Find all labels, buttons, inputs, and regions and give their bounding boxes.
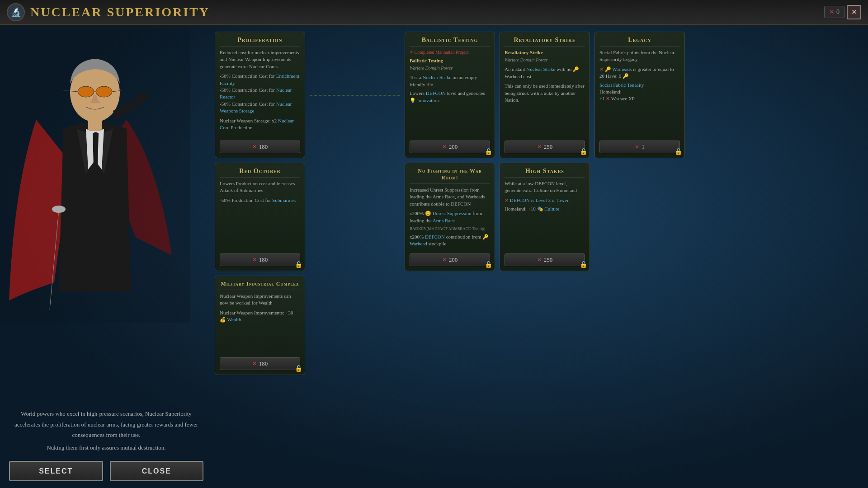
- high-stakes-cost: 250: [544, 256, 553, 263]
- no-fighting-desc: Increased Unrest Suppression from leadin…: [410, 187, 490, 207]
- cards-area: Proliferation Reduced cost for nuclear i…: [208, 25, 868, 488]
- desc-line5: Nuking them first only assures mutual de…: [9, 443, 203, 452]
- no-fighting-body: Increased Unrest Suppression from leadin…: [410, 187, 490, 250]
- character-svg: [0, 29, 190, 323]
- no-fighting-cost-x: ✕: [442, 257, 447, 263]
- military-industrial-cost: 180: [259, 360, 268, 367]
- proliferation-card: Proliferation Reduced cost for nuclear i…: [215, 32, 305, 158]
- red-october-lock: 🔒: [295, 261, 302, 268]
- proliferation-desc: Reduced cost for nuclear improvements an…: [220, 49, 300, 70]
- red-october-title: Red October: [220, 168, 300, 178]
- military-industrial-cost-btn[interactable]: ✕ 180: [220, 357, 300, 370]
- page-title: Nuclear Superiority: [30, 5, 210, 19]
- title-bar: 🔬 Nuclear Superiority ✕ 0 ✕: [0, 0, 868, 25]
- red-october-cost-btn[interactable]: ✕ 180: [220, 253, 300, 266]
- no-fighting-lock: 🔒: [485, 261, 492, 268]
- legacy-lock: 🔒: [675, 148, 682, 155]
- red-october-desc: Lowers Production cost and increases Att…: [220, 180, 300, 194]
- high-stakes-desc: While at a low DEFCON level, generate ex…: [505, 180, 585, 194]
- no-fighting-cost-btn[interactable]: ✕ 200: [410, 253, 490, 266]
- proliferation-title: Proliferation: [220, 37, 300, 47]
- military-industrial-lock: 🔒: [295, 365, 302, 372]
- retaliatory-subtitle2: Warfare Domain Power: [505, 57, 585, 63]
- ballistic-prereq: ✕ Completed Manhattan Project: [410, 49, 490, 56]
- high-stakes-card: High Stakes While at a low DEFCON level,…: [500, 163, 590, 271]
- cost-x-icon: ✕: [252, 144, 257, 150]
- no-fighting-cost: 200: [449, 256, 458, 263]
- retaliatory-card: Retaliatory Strike Retaliatory Strike Wa…: [500, 32, 590, 158]
- proliferation-cost: 180: [259, 143, 268, 150]
- retaliatory-title: Retaliatory Strike: [505, 37, 585, 47]
- currency-display: ✕ 0: [824, 6, 844, 18]
- legacy-card: Legacy Social Fabric points from the Nuc…: [594, 32, 685, 158]
- ballistic-cost-x: ✕: [442, 144, 447, 150]
- red-october-body: Lowers Production cost and increases Att…: [220, 180, 300, 250]
- ballistic-testing-body: ✕ Completed Manhattan Project Ballistic …: [410, 49, 490, 137]
- red-october-cost-x: ✕: [252, 257, 257, 263]
- svg-point-11: [52, 206, 66, 213]
- legacy-desc: Social Fabric points from the Nuclear Su…: [599, 49, 680, 63]
- no-fighting-title: No Fighting in the War Room!: [410, 168, 490, 184]
- retaliatory-body: Retaliatory Strike Warfare Domain Power …: [505, 49, 585, 137]
- retaliatory-cost-x: ✕: [537, 144, 542, 150]
- close-button[interactable]: Close: [110, 461, 204, 481]
- ballistic-testing-card: Ballistic Testing ✕ Completed Manhattan …: [405, 32, 495, 158]
- connector-col2: [310, 32, 400, 96]
- desc-line1: World powers who excel in high-pressure …: [9, 409, 203, 418]
- select-button[interactable]: Select: [9, 461, 103, 481]
- desc-line3: consequences from their use.: [9, 431, 203, 440]
- left-panel: World powers who excel in high-pressure …: [0, 25, 208, 488]
- red-october-card: Red October Lowers Production cost and i…: [215, 163, 305, 271]
- military-industrial-card: Military Industrial Complex Nuclear Weap…: [215, 276, 305, 375]
- ballistic-cost: 200: [449, 143, 458, 150]
- legacy-description: World powers who excel in high-pressure …: [9, 409, 203, 452]
- retaliatory-extra: This can only be used immediately after …: [505, 83, 585, 103]
- military-industrial-desc: Nuclear Weapon Improvements can now be w…: [220, 293, 300, 307]
- ballistic-testing-title: Ballistic Testing: [410, 37, 490, 47]
- ballistic-cost-btn[interactable]: ✕ 200: [410, 141, 490, 153]
- legacy-body: Social Fabric points from the Nuclear Su…: [599, 49, 680, 137]
- ballistic-subtitle2: Warfare Domain Power: [410, 65, 490, 71]
- character-portrait: [0, 29, 199, 323]
- title-icon: 🔬: [7, 3, 25, 21]
- retaliatory-lock: 🔒: [580, 148, 587, 155]
- red-october-cost: 180: [259, 256, 268, 263]
- proliferation-cost-btn[interactable]: ✕ 180: [220, 141, 300, 153]
- high-stakes-cost-btn[interactable]: ✕ 250: [505, 253, 585, 266]
- military-industrial-title: Military Industrial Complex: [220, 281, 300, 290]
- ballistic-subtitle1: Ballistic Testing: [410, 57, 490, 64]
- currency-value: 0: [836, 9, 840, 16]
- main-content: World powers who excel in high-pressure …: [0, 25, 868, 488]
- retaliatory-warhead: Warhead: [505, 74, 522, 79]
- legacy-title: Legacy: [599, 37, 680, 47]
- desc-line2: accelerates the proliferation of nuclear…: [9, 420, 203, 429]
- no-fighting-card: No Fighting in the War Room! Increased U…: [405, 163, 495, 271]
- military-industrial-cost-x: ✕: [252, 361, 257, 367]
- retaliatory-subtitle1: Retaliatory Strike: [505, 49, 585, 56]
- action-buttons: Select Close: [9, 461, 203, 481]
- title-close-area: ✕ 0 ✕: [824, 5, 861, 19]
- high-stakes-title: High Stakes: [505, 168, 585, 178]
- high-stakes-lock: 🔒: [580, 261, 587, 268]
- high-stakes-cost-x: ✕: [537, 257, 542, 263]
- retaliatory-cost-btn[interactable]: ✕ 250: [505, 141, 585, 153]
- military-industrial-body: Nuclear Weapon Improvements can now be w…: [220, 293, 300, 354]
- proliferation-body: Reduced cost for nuclear improvements an…: [220, 49, 300, 137]
- legacy-cost-btn[interactable]: ✕ 1: [599, 141, 680, 153]
- high-stakes-body: While at a low DEFCON level, generate ex…: [505, 180, 585, 250]
- window-close-button[interactable]: ✕: [847, 5, 861, 19]
- ballistic-lock: 🔒: [485, 148, 492, 155]
- legacy-cost-x: ✕: [635, 144, 639, 150]
- legacy-cost: 1: [642, 143, 645, 150]
- retaliatory-cost: 250: [544, 143, 553, 150]
